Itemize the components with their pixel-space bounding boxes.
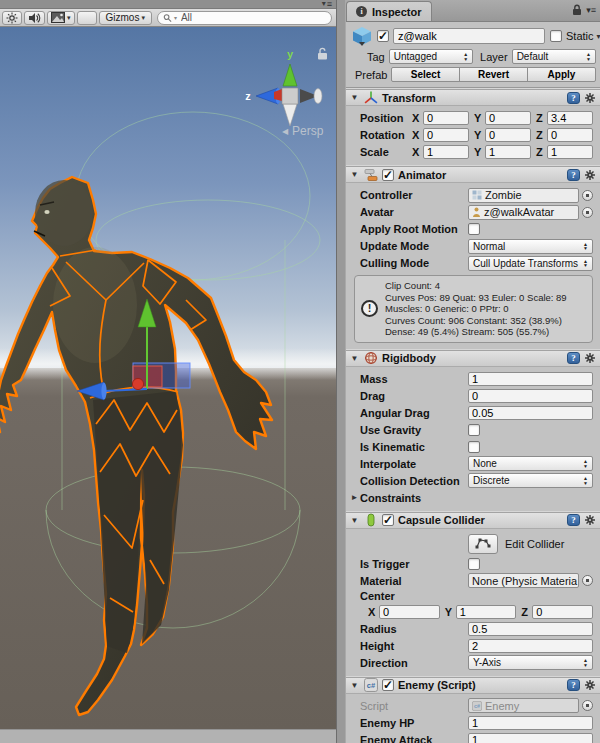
enemy-attack-field[interactable] [468,733,593,743]
animator-help-icon[interactable]: ? [567,169,580,181]
drag-field[interactable] [468,389,593,403]
gameobject-active-checkbox[interactable] [377,30,389,42]
svg-text:c#: c# [367,681,376,690]
audio-toggle-button[interactable] [24,11,45,25]
effects-toggle-button[interactable]: ▾ [47,11,75,25]
edit-collider-button[interactable] [468,534,498,554]
lighting-toggle-button[interactable] [2,11,22,25]
layer-label: Layer [480,51,508,63]
scale-label: Scale [360,146,412,158]
rigidbody-title: Rigidbody [382,352,436,364]
pane-splitter[interactable] [336,0,346,743]
center-x-field[interactable] [379,605,440,619]
rotation-y-field[interactable] [485,128,531,142]
script-picker-icon[interactable] [582,700,593,711]
is-kinematic-checkbox[interactable] [468,441,480,453]
scene-pane-dropdown-icon[interactable]: ▾ [322,0,326,8]
gizmo-y-label: y [287,48,294,60]
scene-search-input[interactable] [179,11,326,24]
avatar-picker-icon[interactable] [582,207,593,218]
constraints-foldout[interactable]: ► [349,493,360,502]
avatar-object-field[interactable]: z@walkAvatar [468,205,579,220]
inspector-lock-icon[interactable] [572,4,582,16]
gizmo-y-cone[interactable] [283,64,297,86]
is-trigger-checkbox[interactable] [468,558,480,570]
scene-search-field[interactable]: ▾ [157,11,332,25]
controller-object-field[interactable]: Zombie [468,188,579,203]
animator-gear-icon[interactable] [584,169,596,181]
capsule-collider-gear-icon[interactable] [584,514,596,526]
scale-y-field[interactable] [485,145,531,159]
orientation-gizmo[interactable]: y z ◀ Persp [232,30,332,140]
effects-dropdown-icon[interactable]: ▾ [67,14,71,22]
controller-picker-icon[interactable] [582,190,593,201]
enemy-script-foldout[interactable]: ▼ [349,681,360,690]
update-mode-label: Update Mode [360,240,468,252]
collision-detection-dropdown[interactable]: Discrete ▲▼ [468,473,593,488]
enemy-hp-field[interactable] [468,716,593,730]
direction-dropdown[interactable]: Y-Axis ▲▼ [468,655,593,670]
enemy-script-enabled-checkbox[interactable] [382,679,394,691]
enemy-hp-row: Enemy HP [360,715,593,731]
material-object-field[interactable]: None (Physic Materia [468,573,579,588]
material-picker-icon[interactable] [582,575,593,586]
enemy-script-help-icon[interactable]: ? [567,679,580,691]
radius-row: Radius [360,621,593,637]
prefab-select-button[interactable]: Select [391,67,460,82]
script-object-field[interactable]: c# Enemy [468,698,579,713]
angular-drag-field[interactable] [468,406,593,420]
culling-mode-dropdown[interactable]: Cull Update Transforms ▲▼ [468,256,593,271]
center-z-field[interactable] [532,605,593,619]
gameobject-name-input[interactable] [393,28,545,44]
gizmo-persp-label[interactable]: Persp [292,124,324,138]
transform-foldout[interactable]: ▼ [349,93,360,102]
transform-gear-icon[interactable] [584,92,596,104]
rotation-z-field[interactable] [547,128,593,142]
rotation-x-field[interactable] [423,128,469,142]
transform-help-icon[interactable]: ? [567,92,580,104]
radius-label: Radius [360,623,468,635]
mass-field[interactable] [468,372,593,386]
constraints-row[interactable]: ► Constraints [349,490,593,506]
radius-field[interactable] [468,622,593,636]
update-mode-dropdown[interactable]: Normal ▲▼ [468,239,593,254]
position-z-field[interactable] [547,111,593,125]
inspector-tab-label: Inspector [372,6,422,18]
rigidbody-gear-icon[interactable] [584,352,596,364]
interpolate-dropdown[interactable]: None ▲▼ [468,456,593,471]
capsule-collider-enabled-checkbox[interactable] [382,514,394,526]
scale-z-field[interactable] [547,145,593,159]
static-dropdown-icon[interactable]: ▾ [597,32,600,41]
layer-dropdown[interactable]: Default ▲▼ [512,49,596,64]
translate-gizmo-x-handle[interactable] [132,378,143,389]
tab-inspector[interactable]: i Inspector [346,1,432,21]
prefab-revert-button[interactable]: Revert [459,67,528,82]
use-gravity-checkbox[interactable] [468,424,480,436]
rigidbody-foldout[interactable]: ▼ [349,354,360,363]
position-y-field[interactable] [485,111,531,125]
scene-lock-icon[interactable] [318,48,327,59]
capsule-collider-help-icon[interactable]: ? [567,514,580,526]
scene-toolbar-blank-button[interactable] [77,11,97,25]
tag-dropdown[interactable]: Untagged ▲▼ [389,49,473,64]
animator-foldout[interactable]: ▼ [349,170,360,179]
prefab-apply-button[interactable]: Apply [527,67,596,82]
position-x-field[interactable] [423,111,469,125]
enemy-script-gear-icon[interactable] [584,679,596,691]
center-y-field[interactable] [456,605,517,619]
apply-root-motion-checkbox[interactable] [468,223,480,235]
scale-x-field[interactable] [423,145,469,159]
gizmos-dropdown-button[interactable]: Gizmos ▾ [99,11,152,25]
angular-drag-label: Angular Drag [360,407,468,419]
unity-editor-window: ▾≡ [0,0,600,743]
rigidbody-help-icon[interactable]: ? [567,352,580,364]
static-checkbox[interactable] [550,30,562,42]
search-filter-dropdown-icon[interactable]: ▾ [174,14,177,21]
height-field[interactable] [468,639,593,653]
animator-enabled-checkbox[interactable] [382,169,394,181]
scene-pane-menu-icon[interactable]: ≡ [327,0,332,8]
gizmo-down-cone[interactable] [283,104,297,126]
inspector-menu-icon[interactable]: ▾≡ [586,5,596,15]
capsule-collider-foldout[interactable]: ▼ [349,516,360,525]
gizmo-center-cube[interactable] [282,88,298,104]
